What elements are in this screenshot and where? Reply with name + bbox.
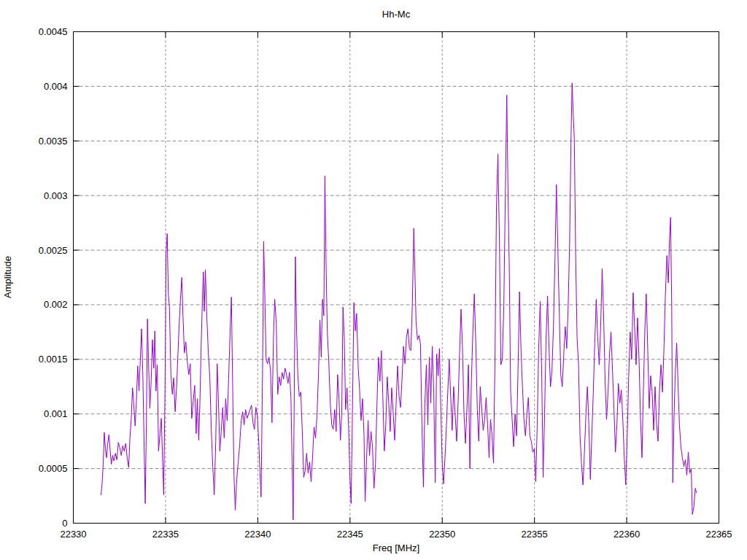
x-tick-label: 22365 — [705, 529, 732, 540]
y-tick-label: 0.0015 — [39, 354, 68, 365]
x-tick-label: 22340 — [244, 529, 271, 540]
x-tick-label: 22330 — [60, 529, 86, 540]
x-tick-label: 22360 — [614, 529, 640, 540]
y-tick-label: 0.002 — [44, 299, 68, 310]
y-tick-label: 0.004 — [44, 81, 68, 92]
y-axis-label: Amplitude — [2, 256, 13, 298]
x-axis-label: Freq [MHz] — [373, 542, 419, 553]
x-tick-label: 22345 — [337, 529, 363, 540]
y-tick-label: 0.0035 — [39, 136, 68, 147]
chart-title: Hh-Mc — [382, 9, 411, 20]
x-tick-label: 22350 — [429, 529, 455, 540]
x-tick-label: 22335 — [152, 529, 179, 540]
y-tick-label: 0.0045 — [39, 26, 68, 37]
x-tick-label: 22355 — [522, 529, 548, 540]
y-tick-label: 0 — [62, 518, 67, 529]
gnuplot-chart-window: 2233022335223402234522350223552236022365… — [0, 0, 747, 560]
y-tick-label: 0.0025 — [39, 245, 68, 256]
y-tick-label: 0.003 — [44, 190, 68, 201]
y-tick-label: 0.001 — [44, 408, 68, 419]
y-tick-label: 0.0005 — [39, 463, 68, 474]
spectrum-chart: 2233022335223402234522350223552236022365… — [0, 0, 747, 560]
